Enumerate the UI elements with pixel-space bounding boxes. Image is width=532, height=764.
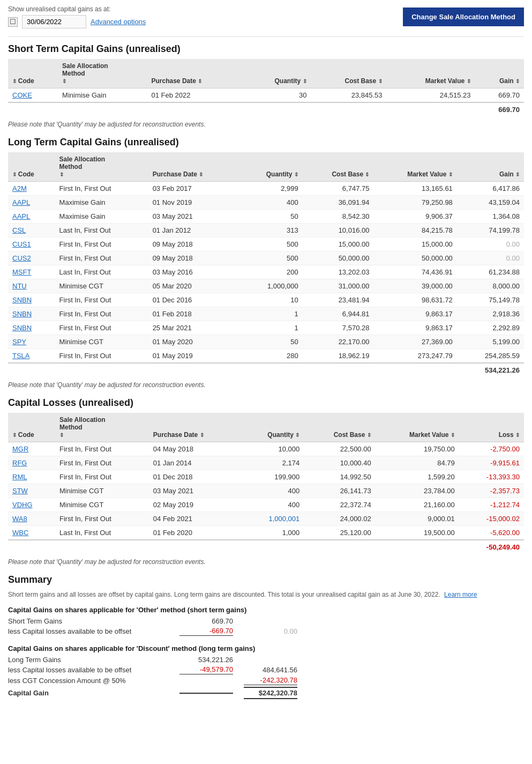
date-cell: 01 Feb 2018 (148, 307, 240, 321)
code-cell[interactable]: STW (8, 484, 55, 498)
gain-cell: 75,149.78 (457, 293, 524, 307)
code-cell[interactable]: SNBN (8, 321, 55, 335)
method-cell: First In, First Out (55, 293, 148, 307)
marketvalue-cell: 9,863.17 (373, 307, 456, 321)
method-cell: Minimise CGT (55, 484, 149, 498)
change-sale-allocation-btn[interactable]: Change Sale Allocation Method (403, 8, 524, 26)
qty-cell: 313 (239, 224, 302, 238)
marketvalue-cell: 9,000.01 (376, 512, 459, 526)
code-cell[interactable]: CUS1 (8, 238, 55, 251)
method-cell: First In, First Out (55, 442, 149, 456)
code-cell[interactable]: RML (8, 470, 55, 484)
date-input[interactable] (22, 15, 86, 28)
code-cell[interactable]: TSLA (8, 349, 55, 364)
top-bar: Show unrealised capital gains as at: ☐ A… (8, 5, 524, 28)
table-row: RFG First In, First Out 01 Jan 2014 2,17… (8, 456, 524, 470)
code-cell[interactable]: AAPL (8, 210, 55, 224)
gain-cell: 254,285.59 (457, 349, 524, 364)
qty-cell: 30 (244, 88, 311, 103)
table-row: SNBN First In, First Out 25 Mar 2021 1 7… (8, 321, 524, 335)
code-cell[interactable]: COKE (8, 88, 58, 103)
costbase-cell: 23,845.53 (311, 88, 387, 103)
less-losses-other-label: less Capital losses available to be offs… (8, 627, 179, 635)
code-cell[interactable]: RFG (8, 456, 55, 470)
capital-gain-spacer (179, 693, 233, 694)
code-cell[interactable]: CSL (8, 224, 55, 238)
code-cell[interactable]: MSFT (8, 265, 55, 279)
code-cell[interactable]: WA8 (8, 512, 55, 526)
code-cell[interactable]: CUS2 (8, 251, 55, 265)
method-cell: Minimise CGT (55, 498, 149, 512)
loss-cell: -15,000.02 (459, 512, 524, 526)
learn-more-link[interactable]: Learn more (444, 591, 477, 598)
date-cell: 01 Nov 2019 (148, 196, 240, 210)
short-term-gains-label: Short Term Gains (8, 617, 179, 625)
date-cell: 09 May 2018 (148, 251, 240, 265)
col-gain-lt: Gain ⇕ (457, 152, 524, 182)
qty-cell: 400 (241, 484, 304, 498)
gain-cell: 2,918.36 (457, 307, 524, 321)
qty-cell: 200 (239, 265, 302, 279)
table-row: TSLA First In, First Out 01 May 2019 280… (8, 349, 524, 364)
short-term-gains-val: 669.70 (179, 617, 233, 625)
qty-cell: 199,900 (241, 470, 304, 484)
code-cell[interactable]: MGR (8, 442, 55, 456)
long-term-total-row: 534,221.26 (8, 363, 524, 377)
code-cell[interactable]: SPY (8, 335, 55, 349)
date-cell: 03 May 2021 (148, 210, 240, 224)
loss-cell: -1,212.74 (459, 498, 524, 512)
top-divider (8, 36, 524, 37)
costbase-cell: 6,944.81 (303, 307, 374, 321)
marketvalue-cell: 50,000.00 (373, 251, 456, 265)
qty-cell: 280 (239, 349, 302, 364)
marketvalue-cell: 74,436.91 (373, 265, 456, 279)
long-term-table: ⇕ Code Sale AllocationMethod⇕ Purchase D… (8, 152, 524, 377)
table-row: SNBN First In, First Out 01 Feb 2018 1 6… (8, 307, 524, 321)
method-cell: First In, First Out (55, 182, 148, 196)
code-cell[interactable]: VDHG (8, 498, 55, 512)
marketvalue-cell: 19,500.00 (376, 526, 459, 540)
short-term-note: Please note that 'Quantity' may be adjus… (8, 121, 524, 128)
advanced-options-link[interactable]: Advanced options (91, 18, 146, 26)
qty-cell: 400 (241, 498, 304, 512)
gain-cell: 2,292.89 (457, 321, 524, 335)
col-date-lt: Purchase Date ⇕ (148, 152, 240, 182)
date-cell: 25 Mar 2021 (148, 321, 240, 335)
less-losses-lt-label: less Capital losses available to be offs… (8, 666, 179, 674)
table-row: AAPL Maximise Gain 01 Nov 2019 400 36,09… (8, 196, 524, 210)
method-cell: First In, First Out (55, 251, 148, 265)
method-cell: Minimise Gain (58, 88, 147, 103)
short-term-gains-row: Short Term Gains 669.70 (8, 617, 524, 625)
method-cell: First In, First Out (55, 307, 148, 321)
table-row: A2M First In, First Out 03 Feb 2017 2,99… (8, 182, 524, 196)
capital-gain-row: Capital Gain $242,320.78 (8, 687, 524, 699)
date-cell: 03 Feb 2017 (148, 182, 240, 196)
col-method-cl: Sale AllocationMethod⇕ (55, 413, 149, 442)
capital-losses-heading: Capital Losses (unrealised) (8, 397, 524, 409)
date-cell: 01 May 2019 (148, 349, 240, 364)
less-losses-other-val: -669.70 (179, 627, 233, 636)
table-row: CUS1 First In, First Out 09 May 2018 500… (8, 238, 524, 251)
qty-cell: 500 (239, 238, 302, 251)
gain-cell: 43,159.04 (457, 196, 524, 210)
code-cell[interactable]: SNBN (8, 307, 55, 321)
marketvalue-cell: 1,599.20 (376, 470, 459, 484)
costbase-cell: 14,992.50 (304, 470, 375, 484)
costbase-cell: 36,091.94 (303, 196, 374, 210)
gain-cell: 1,364.08 (457, 210, 524, 224)
code-cell[interactable]: SNBN (8, 293, 55, 307)
qty-cell: 400 (239, 196, 302, 210)
less-losses-lt-val2: 484,641.56 (244, 666, 297, 674)
col-code-st: ⇕ Code (8, 59, 58, 88)
table-row: WBC Last In, First Out 01 Feb 2020 1,000… (8, 526, 524, 540)
code-cell[interactable]: A2M (8, 182, 55, 196)
calendar-icon: ☐ (8, 17, 18, 27)
method-cell: First In, First Out (55, 456, 149, 470)
code-cell[interactable]: AAPL (8, 196, 55, 210)
code-cell[interactable]: NTU (8, 279, 55, 293)
loss-cell: -2,357.73 (459, 484, 524, 498)
col-costbase-cl: Cost Base ⇕ (304, 413, 375, 442)
method-cell: First In, First Out (55, 512, 149, 526)
code-cell[interactable]: WBC (8, 526, 55, 540)
costbase-cell: 15,000.00 (303, 238, 374, 251)
